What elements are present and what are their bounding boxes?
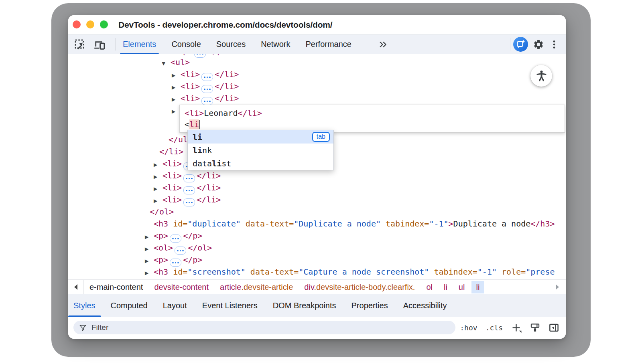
filter-input[interactable] bbox=[91, 323, 450, 332]
dom-tree-row[interactable]: ▶<ol></ol> bbox=[145, 242, 212, 254]
hidden-children-ellipsis-button[interactable] bbox=[201, 97, 213, 105]
code-token: </li> bbox=[197, 195, 221, 204]
expand-arrow-icon[interactable]: ▶ bbox=[154, 183, 163, 195]
breadcrumb-item[interactable]: ol bbox=[422, 281, 437, 293]
kebab-menu-icon[interactable] bbox=[549, 39, 559, 50]
dom-tree-row[interactable]: ▶<li></li> bbox=[172, 92, 239, 104]
tab-key-badge: tab bbox=[312, 132, 330, 142]
toolbar-divider bbox=[115, 38, 116, 51]
dom-tree-row[interactable]: ▶<p></p> bbox=[145, 230, 202, 242]
close-button[interactable] bbox=[73, 20, 81, 28]
expand-arrow-icon[interactable]: ▶ bbox=[172, 93, 181, 105]
expand-arrow-icon[interactable]: ▶ bbox=[145, 267, 154, 279]
dom-tree-row[interactable]: </ol> bbox=[150, 206, 174, 218]
autocomplete-item-link[interactable]: link bbox=[188, 144, 333, 157]
code-token: > bbox=[449, 219, 453, 229]
code-token: "-1" bbox=[429, 219, 448, 229]
autocomplete-text: li bbox=[212, 159, 221, 168]
tab-network[interactable]: Network bbox=[261, 34, 290, 54]
sidebar-tab-layout[interactable]: Layout bbox=[155, 294, 195, 317]
tab-sources[interactable]: Sources bbox=[216, 34, 246, 54]
gear-icon[interactable] bbox=[533, 39, 544, 50]
code-token bbox=[168, 267, 173, 277]
breadcrumb-item[interactable]: div.devsite-article-body.clearfix. bbox=[300, 281, 419, 293]
hidden-children-ellipsis-button[interactable] bbox=[194, 54, 206, 58]
dock-panel-icon[interactable] bbox=[549, 322, 559, 333]
device-toolbar-icon[interactable] bbox=[93, 38, 106, 51]
code-token: id= bbox=[173, 219, 187, 229]
dom-tree-row[interactable]: ▶<li></li> bbox=[154, 170, 221, 182]
code-token: <p> bbox=[154, 231, 168, 241]
breadcrumb-text: li bbox=[444, 283, 447, 291]
code-token bbox=[429, 267, 434, 277]
paint-roller-icon[interactable] bbox=[530, 322, 540, 333]
breadcrumb-text: li bbox=[476, 283, 479, 291]
code-token: <li> bbox=[185, 108, 204, 118]
sidebar-tab-properties[interactable]: Properties bbox=[344, 294, 396, 317]
sidebar-tab-accessibility[interactable]: Accessibility bbox=[396, 294, 455, 317]
collapse-arrow-icon[interactable]: ▼ bbox=[162, 57, 171, 69]
accessibility-widget-button[interactable] bbox=[530, 65, 552, 87]
code-token: <li> bbox=[163, 183, 182, 192]
breadcrumb-scroll-left-icon[interactable] bbox=[68, 280, 84, 294]
expand-arrow-icon[interactable]: ▶ bbox=[172, 69, 181, 81]
breadcrumb-item[interactable]: article.devsite-article bbox=[215, 281, 297, 293]
editor-line[interactable]: <li bbox=[185, 119, 565, 130]
editor-line[interactable]: <li>Leonard</li> bbox=[185, 107, 565, 119]
code-token: <li> bbox=[163, 195, 182, 204]
expand-arrow-icon[interactable]: ▶ bbox=[145, 231, 154, 243]
dom-tree-row[interactable]: </li> bbox=[159, 146, 183, 158]
minimize-button[interactable] bbox=[86, 20, 94, 28]
sidebar-tab-dom-breakpoints[interactable]: DOM Breakpoints bbox=[265, 294, 344, 317]
dom-tree-row[interactable]: ▶<li></li> bbox=[172, 68, 239, 80]
sidebar-tab-event-listeners[interactable]: Event Listeners bbox=[195, 294, 265, 317]
dom-tree-row[interactable]: <h3 id="duplicate" data-text="Duplicate … bbox=[154, 218, 555, 230]
filter-pill[interactable] bbox=[73, 321, 455, 334]
code-token: "Duplicate a node" bbox=[294, 219, 381, 229]
autocomplete-text: nk bbox=[202, 146, 212, 155]
breadcrumb-item[interactable]: e-main-content bbox=[85, 281, 147, 293]
expand-arrow-icon[interactable]: ▶ bbox=[154, 195, 163, 207]
dom-tree-row[interactable]: ▶<li></li> bbox=[154, 182, 221, 194]
class-toggle[interactable]: .cls bbox=[486, 324, 503, 332]
breadcrumb-text: e-main-content bbox=[89, 283, 143, 291]
dom-tree-row[interactable]: ▶<li></li> bbox=[172, 80, 239, 92]
autocomplete-item-li[interactable]: litab bbox=[188, 130, 333, 144]
zoom-button[interactable] bbox=[100, 20, 108, 28]
sidebar-tab-computed[interactable]: Computed bbox=[103, 294, 155, 317]
pseudo-state-toggle[interactable]: :hov bbox=[460, 324, 477, 332]
code-token: <li> bbox=[181, 69, 200, 79]
inspect-cursor-icon[interactable] bbox=[73, 38, 86, 51]
window-title: DevTools - developer.chrome.com/docs/dev… bbox=[118, 15, 332, 34]
html-edit-box[interactable]: <li>Leonard</li><li bbox=[179, 105, 565, 133]
tab-elements[interactable]: Elements bbox=[123, 34, 156, 54]
breadcrumb-item[interactable]: ul bbox=[454, 281, 469, 293]
more-tabs-chevrons-icon[interactable] bbox=[377, 34, 389, 54]
code-token: li bbox=[189, 119, 199, 129]
dom-tree-row[interactable]: ▼<ul> bbox=[162, 56, 190, 68]
hidden-children-ellipsis-button[interactable] bbox=[183, 198, 195, 206]
sidebar-tab-styles[interactable]: Styles bbox=[68, 294, 103, 317]
breadcrumb-item[interactable]: li bbox=[471, 281, 484, 293]
expand-arrow-icon[interactable]: ▶ bbox=[145, 255, 154, 267]
breadcrumb-scroll-right-icon[interactable] bbox=[550, 280, 565, 294]
breadcrumb-item[interactable]: li bbox=[439, 281, 452, 293]
expand-arrow-icon[interactable]: ▶ bbox=[172, 81, 181, 93]
autocomplete-item-datalist[interactable]: datalist bbox=[188, 157, 333, 170]
expand-arrow-icon[interactable]: ▶ bbox=[145, 243, 154, 255]
expand-arrow-icon[interactable]: ▶ bbox=[154, 159, 163, 171]
dom-tree-row[interactable]: ▶<li></li> bbox=[154, 194, 221, 206]
toolbar-divider-right bbox=[510, 38, 510, 51]
code-token bbox=[241, 219, 246, 229]
tab-performance[interactable]: Performance bbox=[306, 34, 352, 54]
tab-console[interactable]: Console bbox=[171, 34, 201, 54]
code-token: </p> bbox=[207, 54, 227, 56]
code-token: <li> bbox=[181, 81, 200, 91]
breadcrumb-item[interactable]: devsite-content bbox=[150, 281, 213, 293]
dom-tree-row[interactable]: ▶<h3 id="screenshot" data-text="Capture … bbox=[145, 266, 555, 278]
expand-arrow-icon[interactable]: ▶ bbox=[154, 171, 163, 183]
new-style-rule-plus-icon[interactable] bbox=[511, 322, 522, 333]
code-token: </li> bbox=[159, 147, 183, 156]
dom-tree-row[interactable]: ▶<p></p> bbox=[145, 254, 202, 266]
ai-assistant-icon[interactable] bbox=[513, 37, 528, 52]
